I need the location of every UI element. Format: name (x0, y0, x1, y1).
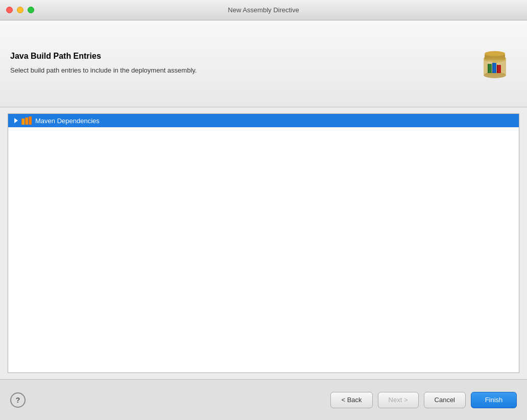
svg-rect-8 (488, 64, 489, 73)
window-controls[interactable] (6, 7, 34, 13)
jar-icon-area (471, 41, 517, 87)
window-title: New Assembly Directive (228, 6, 299, 14)
cancel-button[interactable]: Cancel (424, 392, 466, 408)
maximize-button[interactable] (28, 7, 34, 13)
next-button[interactable]: Next > (378, 392, 419, 408)
close-button[interactable] (6, 7, 13, 13)
svg-rect-18 (29, 116, 30, 125)
list-box[interactable]: Maven Dependencies (8, 113, 519, 373)
footer-left: ? (10, 392, 26, 408)
svg-rect-9 (492, 63, 493, 73)
svg-point-12 (484, 58, 506, 62)
list-container: Maven Dependencies (0, 107, 527, 379)
svg-point-4 (485, 51, 505, 56)
page-title: Java Build Path Entries (10, 52, 471, 61)
back-button[interactable]: < Back (330, 392, 372, 408)
expand-arrow-icon (12, 117, 19, 124)
header-section: Java Build Path Entries Select build pat… (0, 20, 527, 107)
svg-rect-16 (21, 119, 22, 125)
help-button[interactable]: ? (10, 392, 26, 408)
list-item-label: Maven Dependencies (35, 117, 100, 125)
main-content: Java Build Path Entries Select build pat… (0, 20, 527, 379)
footer-bar: ? < Back Next > Cancel Finish (0, 379, 527, 420)
svg-rect-10 (497, 65, 498, 73)
svg-rect-17 (25, 118, 26, 125)
jar-icon (473, 43, 514, 84)
maven-icon (21, 116, 33, 125)
minimize-button[interactable] (17, 7, 23, 13)
footer-right: < Back Next > Cancel Finish (330, 392, 517, 408)
finish-button[interactable]: Finish (471, 392, 517, 408)
page-description: Select build path entries to include in … (10, 66, 471, 75)
list-item[interactable]: Maven Dependencies (8, 114, 519, 127)
header-text: Java Build Path Entries Select build pat… (10, 52, 471, 75)
title-bar: New Assembly Directive (0, 0, 527, 20)
